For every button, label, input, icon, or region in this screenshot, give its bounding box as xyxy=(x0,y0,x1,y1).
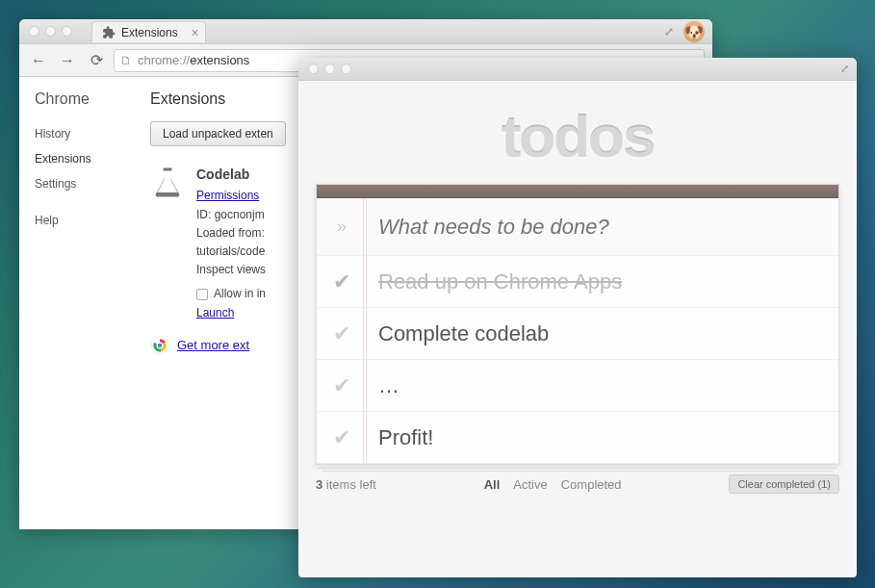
todo-label: Read up on Chrome Apps xyxy=(359,269,825,294)
filter-completed[interactable]: Completed xyxy=(561,477,622,492)
todos-close-button[interactable] xyxy=(308,64,319,74)
card-header-bar xyxy=(317,185,838,198)
expand-icon[interactable]: ⤢ xyxy=(840,63,849,75)
filters: All Active Completed xyxy=(484,477,622,492)
extension-name: Codelab xyxy=(196,164,266,185)
extension-id: ID: gocnonjm xyxy=(196,206,266,224)
inspect-views: Inspect views xyxy=(196,261,266,279)
allow-incognito-checkbox[interactable] xyxy=(196,289,208,300)
get-more-extensions-link[interactable]: Get more ext xyxy=(177,338,249,352)
forward-button[interactable]: → xyxy=(56,49,79,72)
app-title: todos xyxy=(298,102,857,170)
chrome-store-icon xyxy=(150,336,169,355)
items-left: 3 items left xyxy=(316,477,376,492)
reload-button[interactable]: ⟳ xyxy=(85,49,108,72)
todos-window: ⤢ todos » ✔ Read up on Chrome Apps ✔ Com… xyxy=(298,58,857,577)
todo-item[interactable]: ✔ … xyxy=(317,360,838,412)
todo-item[interactable]: ✔ Read up on Chrome Apps xyxy=(317,256,838,308)
check-icon[interactable]: ✔ xyxy=(324,269,359,294)
flask-icon xyxy=(150,164,185,198)
todo-item[interactable]: ✔ Profit! xyxy=(317,412,838,464)
toggle-all-button[interactable]: » xyxy=(324,217,359,237)
todo-label: … xyxy=(359,373,825,398)
allow-incognito-label: Allow in in xyxy=(214,285,266,303)
todos-minimize-button[interactable] xyxy=(324,64,335,74)
loaded-from-label: Loaded from: xyxy=(196,224,266,243)
settings-sidebar: Chrome History Extensions Settings Help xyxy=(19,77,135,529)
check-icon[interactable]: ✔ xyxy=(324,321,359,346)
todo-card: » ✔ Read up on Chrome Apps ✔ Complete co… xyxy=(316,184,839,465)
url-text: chrome://extensions xyxy=(138,53,249,67)
back-button[interactable]: ← xyxy=(27,49,50,72)
sidebar-item-extensions[interactable]: Extensions xyxy=(35,146,119,171)
expand-icon[interactable]: ⤢ xyxy=(664,25,674,38)
chrome-titlebar: Extensions × ⤢ xyxy=(19,19,712,44)
todos-window-controls xyxy=(308,64,351,74)
svg-point-1 xyxy=(157,343,163,348)
tab-strip: Extensions × xyxy=(91,21,206,41)
page-icon: 🗋 xyxy=(120,54,132,67)
todo-label: Profit! xyxy=(359,425,825,450)
extension-details: Codelab Permissions ID: gocnonjm Loaded … xyxy=(196,164,266,322)
permissions-link[interactable]: Permissions xyxy=(196,189,259,202)
tab-extensions[interactable]: Extensions × xyxy=(91,21,206,42)
check-icon[interactable]: ✔ xyxy=(324,425,359,450)
close-window-button[interactable] xyxy=(29,26,39,37)
todos-header: todos xyxy=(298,81,857,184)
launch-link[interactable]: Launch xyxy=(196,306,234,320)
tab-close-button[interactable]: × xyxy=(192,25,199,40)
load-unpacked-button[interactable]: Load unpacked exten xyxy=(150,121,286,146)
sidebar-title: Chrome xyxy=(35,90,119,108)
todos-titlebar: ⤢ xyxy=(298,58,857,81)
loaded-from-path: tutorials/code xyxy=(196,243,266,261)
tab-title: Extensions xyxy=(121,26,178,39)
new-todo-row: » xyxy=(317,198,838,256)
todo-footer: 3 items left All Active Completed Clear … xyxy=(298,465,857,503)
clear-completed-button[interactable]: Clear completed (1) xyxy=(729,474,839,494)
todo-item[interactable]: ✔ Complete codelab xyxy=(317,308,838,360)
minimize-window-button[interactable] xyxy=(45,26,56,37)
new-todo-input[interactable] xyxy=(359,215,825,240)
sidebar-item-settings[interactable]: Settings xyxy=(35,171,119,196)
todos-zoom-button[interactable] xyxy=(341,64,351,74)
filter-all[interactable]: All xyxy=(484,477,501,492)
puzzle-icon xyxy=(102,26,116,39)
window-controls xyxy=(29,26,72,37)
todo-label: Complete codelab xyxy=(359,321,825,346)
allow-incognito-row: Allow in in xyxy=(196,285,266,303)
zoom-window-button[interactable] xyxy=(62,26,72,37)
sidebar-item-help[interactable]: Help xyxy=(35,208,119,233)
sidebar-item-history[interactable]: History xyxy=(35,121,119,146)
filter-active[interactable]: Active xyxy=(513,477,547,492)
count-text: items left xyxy=(322,477,376,492)
check-icon[interactable]: ✔ xyxy=(324,373,359,398)
profile-avatar[interactable] xyxy=(683,21,705,42)
